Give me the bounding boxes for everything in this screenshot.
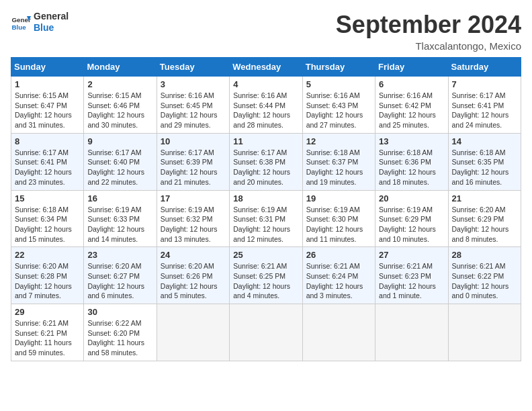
day-info: Sunrise: 6:18 AMSunset: 6:34 PMDaylight:… xyxy=(15,205,80,244)
table-row: 7Sunrise: 6:17 AMSunset: 6:41 PMDaylight… xyxy=(448,77,521,134)
location: Tlaxcalantongo, Mexico xyxy=(336,40,521,52)
day-number: 10 xyxy=(161,136,226,146)
table-row: 5Sunrise: 6:16 AMSunset: 6:43 PMDaylight… xyxy=(302,77,375,134)
day-number: 19 xyxy=(306,193,371,203)
logo-text: General Blue xyxy=(34,11,69,34)
table-row: 18Sunrise: 6:19 AMSunset: 6:31 PMDayligh… xyxy=(230,190,302,247)
day-info: Sunrise: 6:21 AMSunset: 6:21 PMDaylight:… xyxy=(15,318,80,358)
table-row: 30Sunrise: 6:22 AMSunset: 6:20 PMDayligh… xyxy=(84,304,157,361)
table-row xyxy=(375,304,448,361)
day-number: 30 xyxy=(87,307,152,317)
day-info: Sunrise: 6:15 AMSunset: 6:47 PMDaylight:… xyxy=(15,91,80,130)
col-wednesday: Wednesday xyxy=(230,58,302,77)
table-row: 19Sunrise: 6:19 AMSunset: 6:30 PMDayligh… xyxy=(302,190,375,247)
day-info: Sunrise: 6:19 AMSunset: 6:32 PMDaylight:… xyxy=(161,205,226,244)
table-row: 25Sunrise: 6:21 AMSunset: 6:25 PMDayligh… xyxy=(230,247,302,304)
table-row: 14Sunrise: 6:18 AMSunset: 6:35 PMDayligh… xyxy=(448,133,521,190)
day-number: 29 xyxy=(15,307,80,317)
day-number: 12 xyxy=(306,136,371,146)
day-number: 3 xyxy=(161,79,226,89)
day-info: Sunrise: 6:16 AMSunset: 6:43 PMDaylight:… xyxy=(306,91,371,130)
day-number: 7 xyxy=(452,79,517,89)
table-row: 3Sunrise: 6:16 AMSunset: 6:45 PMDaylight… xyxy=(157,77,229,134)
table-row: 26Sunrise: 6:21 AMSunset: 6:24 PMDayligh… xyxy=(302,247,375,304)
calendar-week-row: 8Sunrise: 6:17 AMSunset: 6:41 PMDaylight… xyxy=(11,133,521,190)
day-number: 11 xyxy=(233,136,298,146)
col-thursday: Thursday xyxy=(302,58,375,77)
day-number: 28 xyxy=(452,250,517,260)
table-row xyxy=(448,304,521,361)
day-number: 24 xyxy=(161,250,226,260)
logo-line1: General xyxy=(34,11,69,22)
day-number: 27 xyxy=(379,250,444,260)
calendar-week-row: 29Sunrise: 6:21 AMSunset: 6:21 PMDayligh… xyxy=(11,304,521,361)
table-row: 29Sunrise: 6:21 AMSunset: 6:21 PMDayligh… xyxy=(11,304,84,361)
day-number: 9 xyxy=(87,136,152,146)
table-row: 20Sunrise: 6:19 AMSunset: 6:29 PMDayligh… xyxy=(375,190,448,247)
col-tuesday: Tuesday xyxy=(157,58,229,77)
table-row: 22Sunrise: 6:20 AMSunset: 6:28 PMDayligh… xyxy=(11,247,84,304)
col-sunday: Sunday xyxy=(11,58,84,77)
table-row: 1Sunrise: 6:15 AMSunset: 6:47 PMDaylight… xyxy=(11,77,84,134)
day-number: 13 xyxy=(379,136,444,146)
day-info: Sunrise: 6:21 AMSunset: 6:25 PMDaylight:… xyxy=(233,261,298,301)
table-row xyxy=(230,304,302,361)
table-row: 8Sunrise: 6:17 AMSunset: 6:41 PMDaylight… xyxy=(11,133,84,190)
day-info: Sunrise: 6:19 AMSunset: 6:30 PMDaylight:… xyxy=(306,205,371,244)
day-info: Sunrise: 6:18 AMSunset: 6:37 PMDaylight:… xyxy=(306,148,371,187)
day-info: Sunrise: 6:17 AMSunset: 6:41 PMDaylight:… xyxy=(452,91,517,130)
table-row: 13Sunrise: 6:18 AMSunset: 6:36 PMDayligh… xyxy=(375,133,448,190)
table-row: 16Sunrise: 6:19 AMSunset: 6:33 PMDayligh… xyxy=(84,190,157,247)
day-info: Sunrise: 6:16 AMSunset: 6:42 PMDaylight:… xyxy=(379,91,444,130)
day-info: Sunrise: 6:19 AMSunset: 6:29 PMDaylight:… xyxy=(379,205,444,244)
day-info: Sunrise: 6:21 AMSunset: 6:23 PMDaylight:… xyxy=(379,261,444,301)
col-monday: Monday xyxy=(84,58,157,77)
table-row: 21Sunrise: 6:20 AMSunset: 6:29 PMDayligh… xyxy=(448,190,521,247)
calendar-body: 1Sunrise: 6:15 AMSunset: 6:47 PMDaylight… xyxy=(11,77,521,361)
day-info: Sunrise: 6:20 AMSunset: 6:27 PMDaylight:… xyxy=(87,261,152,301)
day-number: 6 xyxy=(379,79,444,89)
logo: General Blue General Blue xyxy=(11,11,69,34)
day-info: Sunrise: 6:18 AMSunset: 6:35 PMDaylight:… xyxy=(452,148,517,187)
day-number: 25 xyxy=(233,250,298,260)
table-row: 24Sunrise: 6:20 AMSunset: 6:26 PMDayligh… xyxy=(157,247,229,304)
title-block: September 2024 Tlaxcalantongo, Mexico xyxy=(336,11,521,52)
table-row: 6Sunrise: 6:16 AMSunset: 6:42 PMDaylight… xyxy=(375,77,448,134)
day-info: Sunrise: 6:16 AMSunset: 6:45 PMDaylight:… xyxy=(161,91,226,130)
day-info: Sunrise: 6:17 AMSunset: 6:38 PMDaylight:… xyxy=(233,148,298,187)
day-info: Sunrise: 6:18 AMSunset: 6:36 PMDaylight:… xyxy=(379,148,444,187)
table-row: 11Sunrise: 6:17 AMSunset: 6:38 PMDayligh… xyxy=(230,133,302,190)
day-info: Sunrise: 6:20 AMSunset: 6:28 PMDaylight:… xyxy=(15,261,80,301)
day-info: Sunrise: 6:17 AMSunset: 6:39 PMDaylight:… xyxy=(161,148,226,187)
table-row: 4Sunrise: 6:16 AMSunset: 6:44 PMDaylight… xyxy=(230,77,302,134)
logo-icon: General Blue xyxy=(11,12,31,32)
day-info: Sunrise: 6:17 AMSunset: 6:40 PMDaylight:… xyxy=(87,148,152,187)
table-row: 9Sunrise: 6:17 AMSunset: 6:40 PMDaylight… xyxy=(84,133,157,190)
day-number: 17 xyxy=(161,193,226,203)
table-row: 28Sunrise: 6:21 AMSunset: 6:22 PMDayligh… xyxy=(448,247,521,304)
day-number: 1 xyxy=(15,79,80,89)
day-number: 15 xyxy=(15,193,80,203)
calendar-table: Sunday Monday Tuesday Wednesday Thursday… xyxy=(11,57,521,361)
day-number: 20 xyxy=(379,193,444,203)
day-number: 16 xyxy=(87,193,152,203)
day-info: Sunrise: 6:20 AMSunset: 6:29 PMDaylight:… xyxy=(452,205,517,244)
table-row xyxy=(302,304,375,361)
day-info: Sunrise: 6:15 AMSunset: 6:46 PMDaylight:… xyxy=(87,91,152,130)
logo-line2: Blue xyxy=(34,22,69,34)
table-row: 17Sunrise: 6:19 AMSunset: 6:32 PMDayligh… xyxy=(157,190,229,247)
svg-text:Blue: Blue xyxy=(12,23,27,30)
col-saturday: Saturday xyxy=(448,58,521,77)
day-number: 5 xyxy=(306,79,371,89)
day-info: Sunrise: 6:20 AMSunset: 6:26 PMDaylight:… xyxy=(161,261,226,301)
day-info: Sunrise: 6:19 AMSunset: 6:33 PMDaylight:… xyxy=(87,205,152,244)
calendar-week-row: 15Sunrise: 6:18 AMSunset: 6:34 PMDayligh… xyxy=(11,190,521,247)
day-info: Sunrise: 6:21 AMSunset: 6:22 PMDaylight:… xyxy=(452,261,517,301)
table-row: 27Sunrise: 6:21 AMSunset: 6:23 PMDayligh… xyxy=(375,247,448,304)
table-row xyxy=(157,304,229,361)
page-header: General Blue General Blue September 2024… xyxy=(11,11,521,52)
day-number: 2 xyxy=(87,79,152,89)
day-info: Sunrise: 6:17 AMSunset: 6:41 PMDaylight:… xyxy=(15,148,80,187)
table-row: 10Sunrise: 6:17 AMSunset: 6:39 PMDayligh… xyxy=(157,133,229,190)
month-title: September 2024 xyxy=(336,11,521,39)
